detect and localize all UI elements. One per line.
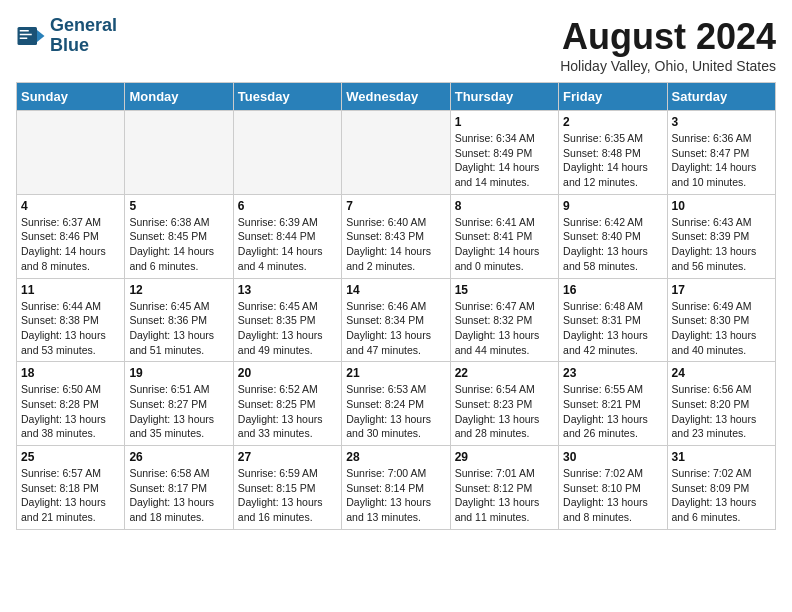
calendar-cell: 17Sunrise: 6:49 AM Sunset: 8:30 PM Dayli…: [667, 278, 775, 362]
day-number: 10: [672, 199, 771, 213]
day-number: 23: [563, 366, 662, 380]
calendar-cell: 22Sunrise: 6:54 AM Sunset: 8:23 PM Dayli…: [450, 362, 558, 446]
calendar-cell: 8Sunrise: 6:41 AM Sunset: 8:41 PM Daylig…: [450, 194, 558, 278]
calendar-cell: 2Sunrise: 6:35 AM Sunset: 8:48 PM Daylig…: [559, 111, 667, 195]
day-number: 17: [672, 283, 771, 297]
day-number: 5: [129, 199, 228, 213]
day-number: 4: [21, 199, 120, 213]
day-info: Sunrise: 6:48 AM Sunset: 8:31 PM Dayligh…: [563, 299, 662, 358]
calendar-cell: 6Sunrise: 6:39 AM Sunset: 8:44 PM Daylig…: [233, 194, 341, 278]
day-number: 1: [455, 115, 554, 129]
svg-rect-4: [20, 37, 28, 39]
day-info: Sunrise: 7:02 AM Sunset: 8:10 PM Dayligh…: [563, 466, 662, 525]
day-info: Sunrise: 6:38 AM Sunset: 8:45 PM Dayligh…: [129, 215, 228, 274]
svg-rect-0: [18, 27, 38, 45]
calendar-cell: 11Sunrise: 6:44 AM Sunset: 8:38 PM Dayli…: [17, 278, 125, 362]
day-info: Sunrise: 6:56 AM Sunset: 8:20 PM Dayligh…: [672, 382, 771, 441]
calendar-cell: 5Sunrise: 6:38 AM Sunset: 8:45 PM Daylig…: [125, 194, 233, 278]
calendar-cell: 31Sunrise: 7:02 AM Sunset: 8:09 PM Dayli…: [667, 446, 775, 530]
day-info: Sunrise: 6:36 AM Sunset: 8:47 PM Dayligh…: [672, 131, 771, 190]
header-cell-wednesday: Wednesday: [342, 83, 450, 111]
calendar-cell: 28Sunrise: 7:00 AM Sunset: 8:14 PM Dayli…: [342, 446, 450, 530]
day-info: Sunrise: 6:43 AM Sunset: 8:39 PM Dayligh…: [672, 215, 771, 274]
day-info: Sunrise: 6:45 AM Sunset: 8:35 PM Dayligh…: [238, 299, 337, 358]
calendar-cell: 26Sunrise: 6:58 AM Sunset: 8:17 PM Dayli…: [125, 446, 233, 530]
svg-rect-2: [20, 30, 29, 32]
calendar-cell: [233, 111, 341, 195]
calendar-cell: 9Sunrise: 6:42 AM Sunset: 8:40 PM Daylig…: [559, 194, 667, 278]
calendar-body: 1Sunrise: 6:34 AM Sunset: 8:49 PM Daylig…: [17, 111, 776, 530]
calendar-table: SundayMondayTuesdayWednesdayThursdayFrid…: [16, 82, 776, 530]
day-info: Sunrise: 6:44 AM Sunset: 8:38 PM Dayligh…: [21, 299, 120, 358]
day-info: Sunrise: 6:34 AM Sunset: 8:49 PM Dayligh…: [455, 131, 554, 190]
day-info: Sunrise: 6:39 AM Sunset: 8:44 PM Dayligh…: [238, 215, 337, 274]
day-info: Sunrise: 6:54 AM Sunset: 8:23 PM Dayligh…: [455, 382, 554, 441]
calendar-cell: 19Sunrise: 6:51 AM Sunset: 8:27 PM Dayli…: [125, 362, 233, 446]
day-number: 14: [346, 283, 445, 297]
day-info: Sunrise: 6:41 AM Sunset: 8:41 PM Dayligh…: [455, 215, 554, 274]
logo: General Blue: [16, 16, 117, 56]
calendar-cell: 29Sunrise: 7:01 AM Sunset: 8:12 PM Dayli…: [450, 446, 558, 530]
day-info: Sunrise: 6:49 AM Sunset: 8:30 PM Dayligh…: [672, 299, 771, 358]
logo-line2: Blue: [50, 35, 89, 55]
header-cell-tuesday: Tuesday: [233, 83, 341, 111]
calendar-subtitle: Holiday Valley, Ohio, United States: [560, 58, 776, 74]
day-info: Sunrise: 6:57 AM Sunset: 8:18 PM Dayligh…: [21, 466, 120, 525]
week-row-5: 25Sunrise: 6:57 AM Sunset: 8:18 PM Dayli…: [17, 446, 776, 530]
day-number: 25: [21, 450, 120, 464]
header: General Blue August 2024 Holiday Valley,…: [16, 16, 776, 74]
day-number: 18: [21, 366, 120, 380]
week-row-3: 11Sunrise: 6:44 AM Sunset: 8:38 PM Dayli…: [17, 278, 776, 362]
calendar-cell: 7Sunrise: 6:40 AM Sunset: 8:43 PM Daylig…: [342, 194, 450, 278]
logo-text: General Blue: [50, 16, 117, 56]
day-info: Sunrise: 6:59 AM Sunset: 8:15 PM Dayligh…: [238, 466, 337, 525]
header-cell-friday: Friday: [559, 83, 667, 111]
logo-icon: [16, 21, 46, 51]
day-info: Sunrise: 6:46 AM Sunset: 8:34 PM Dayligh…: [346, 299, 445, 358]
calendar-cell: 27Sunrise: 6:59 AM Sunset: 8:15 PM Dayli…: [233, 446, 341, 530]
day-number: 21: [346, 366, 445, 380]
calendar-title: August 2024: [560, 16, 776, 58]
calendar-cell: 15Sunrise: 6:47 AM Sunset: 8:32 PM Dayli…: [450, 278, 558, 362]
day-number: 2: [563, 115, 662, 129]
day-number: 8: [455, 199, 554, 213]
day-info: Sunrise: 6:47 AM Sunset: 8:32 PM Dayligh…: [455, 299, 554, 358]
day-number: 27: [238, 450, 337, 464]
week-row-2: 4Sunrise: 6:37 AM Sunset: 8:46 PM Daylig…: [17, 194, 776, 278]
calendar-cell: 25Sunrise: 6:57 AM Sunset: 8:18 PM Dayli…: [17, 446, 125, 530]
day-number: 11: [21, 283, 120, 297]
calendar-cell: [342, 111, 450, 195]
calendar-cell: 14Sunrise: 6:46 AM Sunset: 8:34 PM Dayli…: [342, 278, 450, 362]
svg-marker-1: [37, 30, 45, 42]
day-number: 30: [563, 450, 662, 464]
day-info: Sunrise: 7:00 AM Sunset: 8:14 PM Dayligh…: [346, 466, 445, 525]
week-row-1: 1Sunrise: 6:34 AM Sunset: 8:49 PM Daylig…: [17, 111, 776, 195]
calendar-cell: 23Sunrise: 6:55 AM Sunset: 8:21 PM Dayli…: [559, 362, 667, 446]
day-number: 26: [129, 450, 228, 464]
day-info: Sunrise: 6:45 AM Sunset: 8:36 PM Dayligh…: [129, 299, 228, 358]
day-number: 6: [238, 199, 337, 213]
calendar-cell: 16Sunrise: 6:48 AM Sunset: 8:31 PM Dayli…: [559, 278, 667, 362]
header-cell-saturday: Saturday: [667, 83, 775, 111]
calendar-cell: 21Sunrise: 6:53 AM Sunset: 8:24 PM Dayli…: [342, 362, 450, 446]
day-info: Sunrise: 6:53 AM Sunset: 8:24 PM Dayligh…: [346, 382, 445, 441]
calendar-cell: 3Sunrise: 6:36 AM Sunset: 8:47 PM Daylig…: [667, 111, 775, 195]
day-number: 28: [346, 450, 445, 464]
calendar-cell: 13Sunrise: 6:45 AM Sunset: 8:35 PM Dayli…: [233, 278, 341, 362]
logo-line1: General: [50, 15, 117, 35]
day-info: Sunrise: 6:52 AM Sunset: 8:25 PM Dayligh…: [238, 382, 337, 441]
day-number: 13: [238, 283, 337, 297]
calendar-cell: 18Sunrise: 6:50 AM Sunset: 8:28 PM Dayli…: [17, 362, 125, 446]
day-info: Sunrise: 6:50 AM Sunset: 8:28 PM Dayligh…: [21, 382, 120, 441]
day-info: Sunrise: 6:58 AM Sunset: 8:17 PM Dayligh…: [129, 466, 228, 525]
day-number: 20: [238, 366, 337, 380]
calendar-cell: 30Sunrise: 7:02 AM Sunset: 8:10 PM Dayli…: [559, 446, 667, 530]
svg-rect-3: [20, 34, 32, 36]
day-number: 19: [129, 366, 228, 380]
header-cell-thursday: Thursday: [450, 83, 558, 111]
calendar-cell: [17, 111, 125, 195]
day-number: 29: [455, 450, 554, 464]
header-cell-sunday: Sunday: [17, 83, 125, 111]
title-area: August 2024 Holiday Valley, Ohio, United…: [560, 16, 776, 74]
day-info: Sunrise: 7:02 AM Sunset: 8:09 PM Dayligh…: [672, 466, 771, 525]
